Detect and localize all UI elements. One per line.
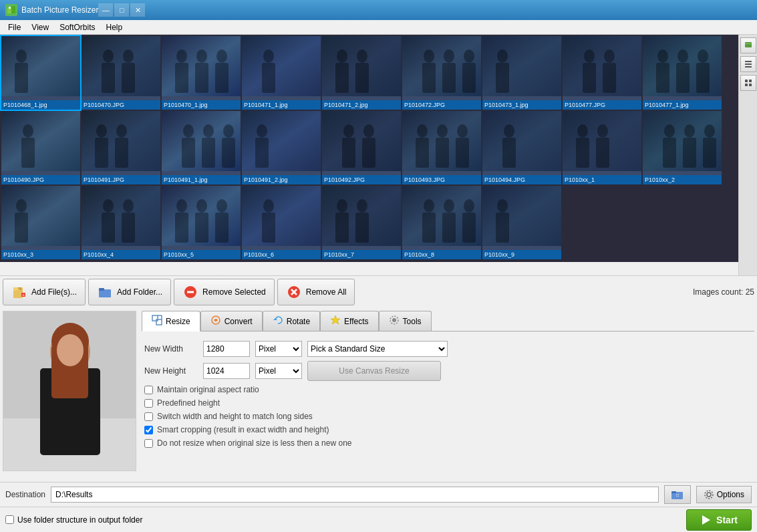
image-label-23: P1010xx_8 (402, 250, 481, 259)
svg-point-85 (216, 199, 227, 213)
tab-effects-label: Effects (344, 317, 368, 326)
maintain-aspect-label: Maintain original aspect ratio (157, 385, 259, 394)
maintain-aspect-checkbox[interactable] (144, 386, 153, 394)
image-cell-18[interactable]: P1010xx_3 (1, 186, 80, 259)
width-unit-select[interactable]: Pixel Percent cm mm inch (255, 341, 302, 357)
canvas-resize-button[interactable]: Use Canvas Resize (307, 361, 441, 381)
svg-rect-72 (683, 138, 696, 168)
switch-width-height-row: Switch width and height to match long si… (144, 412, 752, 421)
svg-point-69 (664, 124, 675, 138)
svg-text:+: + (22, 292, 25, 298)
image-cell-1[interactable]: P1010470.JPG (82, 36, 160, 110)
image-cell-3[interactable]: P1010471_1.jpg (242, 36, 321, 110)
svg-rect-102 (745, 43, 752, 44)
image-cell-9[interactable]: P1010490.JPG (1, 111, 80, 184)
svg-point-83 (196, 199, 207, 213)
image-cell-24[interactable]: P1010xx_9 (482, 186, 561, 259)
folder-structure-label: Use folder structure in output folder (17, 515, 142, 525)
image-cell-16[interactable]: P1010xx_1 (563, 111, 641, 184)
image-cell-17[interactable]: P1010xx_2 (643, 111, 722, 184)
image-cell-13[interactable]: P1010492.JPG (322, 111, 401, 184)
height-unit-select[interactable]: Pixel Percent cm mm inch (255, 363, 302, 379)
app-title: Batch Picture Resizer (21, 5, 98, 15)
tab-resize[interactable]: Resize (142, 311, 200, 331)
minimize-button[interactable]: — (98, 3, 113, 17)
menu-view[interactable]: View (26, 21, 54, 33)
sidebar-view-btn-1[interactable] (740, 37, 756, 53)
svg-point-97 (464, 199, 474, 213)
svg-rect-32 (603, 63, 616, 93)
tab-convert[interactable]: Convert (200, 311, 263, 331)
sidebar-view-btn-2[interactable] (740, 56, 756, 72)
svg-point-43 (116, 124, 127, 138)
options-button[interactable]: Options (696, 486, 752, 503)
destination-input[interactable] (51, 487, 659, 503)
image-cell-8[interactable]: P1010477_1.jpg (643, 36, 722, 110)
svg-rect-38 (696, 63, 710, 93)
image-cell-7[interactable]: P1010477.JPG (563, 36, 641, 110)
svg-rect-78 (102, 213, 115, 243)
height-input[interactable] (203, 363, 250, 379)
folder-structure-checkbox[interactable] (5, 515, 14, 524)
standard-size-select[interactable]: Pick a Standard Size 800x600 1024x768 12… (307, 341, 448, 357)
folder-structure-row: Use folder structure in output folder (5, 515, 142, 525)
svg-point-41 (96, 124, 107, 138)
tab-tools[interactable]: Tools (379, 311, 432, 331)
image-cell-15[interactable]: P1010494.JPG (482, 111, 561, 184)
svg-rect-30 (583, 63, 596, 93)
image-label-22: P1010xx_7 (322, 250, 401, 259)
svg-rect-56 (362, 138, 375, 168)
image-cell-5[interactable]: P1010472.JPG (402, 36, 481, 110)
maintain-aspect-row: Maintain original aspect ratio (144, 385, 752, 394)
remove-all-button[interactable]: Remove All (277, 279, 355, 305)
remove-selected-button[interactable]: Remove Selected (174, 279, 275, 305)
svg-point-39 (23, 124, 33, 138)
image-cell-23[interactable]: P1010xx_8 (402, 186, 481, 259)
image-cell-0[interactable]: P1010468_1.jpg (1, 36, 80, 110)
svg-rect-109 (749, 84, 752, 86)
start-button[interactable]: Start (686, 509, 752, 531)
sidebar-view-btn-3[interactable] (740, 75, 756, 91)
menu-file[interactable]: File (3, 21, 26, 33)
image-cell-2[interactable]: P1010470_1.jpg (162, 36, 241, 110)
tab-rotate[interactable]: Rotate (263, 311, 320, 331)
image-cell-10[interactable]: P1010491.JPG (82, 111, 160, 184)
sidebar-icons (738, 35, 757, 275)
image-cell-4[interactable]: P1010471_2.jpg (322, 36, 401, 110)
predefined-height-checkbox[interactable] (144, 399, 153, 408)
svg-rect-52 (255, 138, 269, 168)
width-input[interactable] (203, 341, 250, 357)
svg-rect-111 (13, 287, 17, 291)
svg-marker-145 (702, 515, 710, 525)
image-cell-6[interactable]: P1010473_1.jpg (482, 36, 561, 110)
image-cell-19[interactable]: P1010xx_4 (82, 186, 160, 259)
image-cell-21[interactable]: P1010xx_6 (242, 186, 321, 259)
do-not-resize-checkbox[interactable] (144, 439, 153, 448)
add-folder-button[interactable]: Add Folder... (88, 279, 171, 305)
image-cell-12[interactable]: P1010491_2.jpg (242, 111, 321, 184)
image-grid-container[interactable]: P1010468_1.jpgP1010470.JPGP1010470_1.jpg… (0, 35, 738, 262)
height-label: New Height (144, 366, 198, 376)
image-cell-14[interactable]: P1010493.JPG (402, 111, 481, 184)
browse-folder-button[interactable] (664, 485, 691, 504)
svg-rect-36 (676, 63, 690, 93)
menu-softorbits[interactable]: SoftOrbits (54, 21, 100, 33)
image-cell-22[interactable]: P1010xx_7 (322, 186, 401, 259)
remove-selected-icon (182, 284, 198, 300)
switch-wh-checkbox[interactable] (144, 412, 153, 421)
add-files-button[interactable]: + Add File(s)... (3, 279, 86, 305)
svg-point-144 (705, 491, 713, 499)
menu-help[interactable]: Help (101, 21, 128, 33)
image-cell-11[interactable]: P1010491_1.jpg (162, 111, 241, 184)
svg-rect-34 (656, 63, 669, 93)
toolbar: + Add File(s)... Add Folder... (0, 275, 757, 308)
svg-point-136 (392, 318, 396, 322)
image-cell-20[interactable]: P1010xx_5 (162, 186, 241, 259)
maximize-button[interactable]: □ (114, 3, 129, 17)
svg-point-7 (123, 49, 134, 63)
window-controls: — □ ✕ (98, 3, 145, 17)
smart-crop-checkbox[interactable] (144, 426, 153, 434)
svg-point-93 (424, 199, 434, 213)
close-button[interactable]: ✕ (130, 3, 145, 17)
tab-effects[interactable]: Effects (320, 311, 378, 331)
